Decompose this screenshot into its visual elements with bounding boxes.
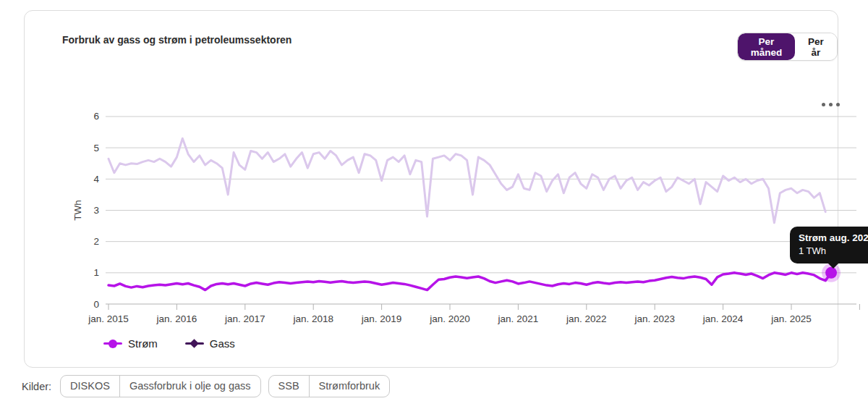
y-tick-label: 2 xyxy=(93,236,99,247)
chart-card: Forbruk av gass og strøm i petroleumssek… xyxy=(24,10,838,368)
chart-tooltip: Strøm aug. 2025 1 TWh xyxy=(790,227,868,263)
gass-series-marker-icon xyxy=(185,338,204,349)
source-badge-diskos[interactable]: DISKOS Gassforbruk i olje og gass xyxy=(60,375,260,397)
y-tick-label: 3 xyxy=(93,205,99,216)
legend-item-strom[interactable]: Strøm xyxy=(103,337,158,350)
strom-series-marker-icon xyxy=(103,338,122,349)
x-tick-label: jan. 2023 xyxy=(634,313,675,324)
y-tick-label: 0 xyxy=(93,299,99,310)
x-tick-label: jan. 2018 xyxy=(292,313,333,324)
source-dataset[interactable]: Strømforbruk xyxy=(309,376,390,397)
y-tick-label: 6 xyxy=(93,111,99,122)
x-tick-label: jan. 2015 xyxy=(88,313,129,324)
highlight-point[interactable] xyxy=(825,267,837,279)
x-tick-label: jan. 2017 xyxy=(224,313,265,324)
page: Forbruk av gass og strøm i petroleumssek… xyxy=(0,0,868,409)
y-tick-label: 5 xyxy=(93,143,99,153)
x-tick-label: jan. 2020 xyxy=(429,313,470,324)
y-tick-label: 4 xyxy=(93,174,99,185)
source-name[interactable]: SSB xyxy=(269,376,309,397)
source-badge-ssb[interactable]: SSB Strømforbruk xyxy=(268,375,391,397)
x-tick-label: jan. 2021 xyxy=(498,313,539,324)
x-tick-label: jan. 2025 xyxy=(770,313,812,324)
source-name[interactable]: DISKOS xyxy=(61,376,119,397)
sources-row: Kilder: DISKOS Gassforbruk i olje og gas… xyxy=(22,375,390,397)
y-tick-label: 1 xyxy=(93,267,99,278)
legend-item-gass[interactable]: Gass xyxy=(185,337,235,350)
tooltip-title: Strøm aug. 2025 xyxy=(799,232,868,245)
series-line-strom[interactable] xyxy=(109,273,831,290)
legend-label-strom: Strøm xyxy=(128,337,158,350)
x-tick-label: jan. 2022 xyxy=(566,313,607,324)
chart-legend: Strøm Gass xyxy=(103,337,235,350)
x-tick-label: jan. 2024 xyxy=(702,313,744,324)
y-axis-title: TWh xyxy=(72,200,83,221)
sources-label: Kilder: xyxy=(22,381,51,392)
x-tick-label: jan. 2019 xyxy=(361,313,402,324)
tooltip-value: 1 TWh xyxy=(799,245,868,258)
x-tick-label: jan. 2016 xyxy=(156,313,197,324)
legend-label-gass: Gass xyxy=(210,337,235,350)
source-dataset[interactable]: Gassforbruk i olje og gass xyxy=(119,376,260,397)
